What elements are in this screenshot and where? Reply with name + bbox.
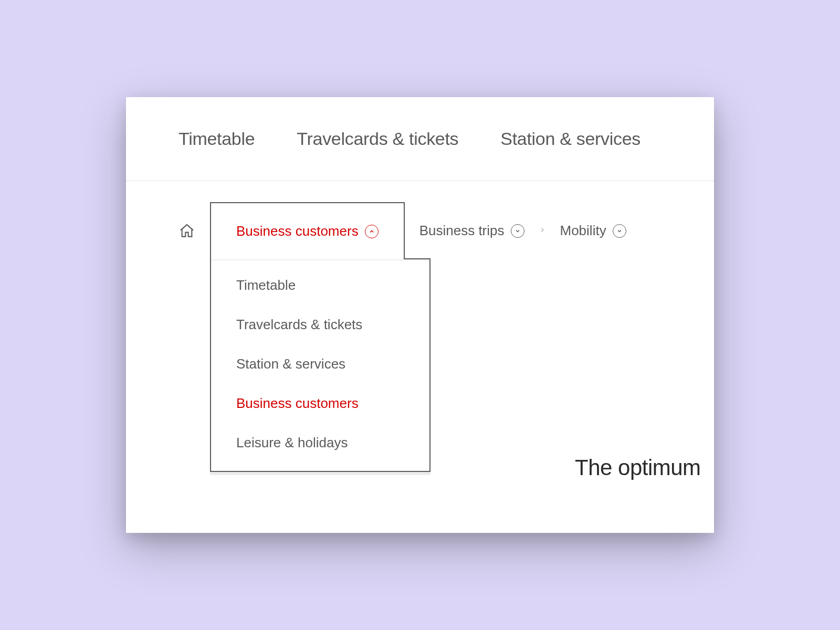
breadcrumb-label: Business customers: [236, 223, 359, 239]
breadcrumb-item-business-customers[interactable]: Business customers: [236, 223, 379, 239]
breadcrumb-item-business-customers-box: Business customers: [210, 202, 405, 259]
dropdown-item-leisure-holidays[interactable]: Leisure & holidays: [211, 423, 429, 463]
breadcrumb-dropdown-container: Business customers Timetable Travelcards…: [210, 202, 405, 259]
breadcrumb-rest: Business trips Mobility: [419, 223, 626, 239]
nav-item-station-services[interactable]: Station & services: [500, 129, 640, 149]
chevron-down-icon: [613, 224, 626, 238]
breadcrumb-label: Business trips: [419, 223, 505, 239]
nav-item-timetable[interactable]: Timetable: [178, 129, 255, 149]
breadcrumb-dropdown-menu-inner: Timetable Travelcards & tickets Station …: [211, 259, 429, 471]
nav-item-travelcards[interactable]: Travelcards & tickets: [297, 129, 458, 149]
page-card: Timetable Travelcards & tickets Station …: [126, 97, 714, 533]
home-icon[interactable]: [178, 223, 195, 239]
page-heading-partial: The optimum: [575, 455, 714, 480]
dropdown-item-timetable[interactable]: Timetable: [211, 266, 429, 305]
dropdown-item-travelcards[interactable]: Travelcards & tickets: [211, 305, 429, 344]
breadcrumb-dropdown-menu: Timetable Travelcards & tickets Station …: [210, 258, 430, 472]
chevron-up-icon: [365, 225, 379, 238]
breadcrumb-separator-icon: [539, 224, 545, 238]
dropdown-item-station-services[interactable]: Station & services: [211, 344, 429, 384]
breadcrumb-item-business-trips[interactable]: Business trips: [419, 223, 524, 239]
chevron-down-icon: [511, 224, 524, 238]
breadcrumb: Business customers Timetable Travelcards…: [126, 181, 714, 259]
breadcrumb-label: Mobility: [560, 223, 606, 239]
dropdown-item-business-customers[interactable]: Business customers: [211, 384, 429, 423]
primary-nav: Timetable Travelcards & tickets Station …: [126, 97, 714, 181]
breadcrumb-item-mobility[interactable]: Mobility: [560, 223, 626, 239]
